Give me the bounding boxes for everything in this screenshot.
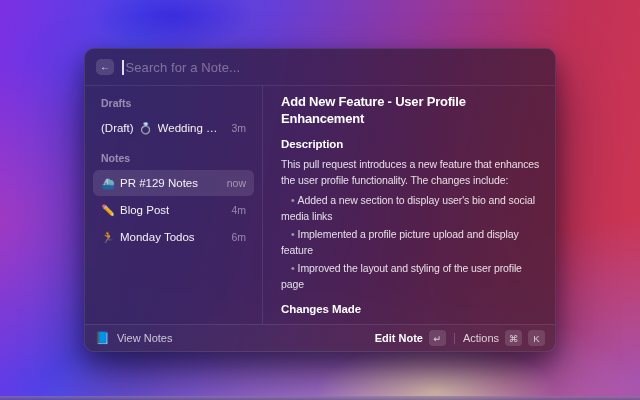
desk-edge — [0, 396, 640, 400]
key-badge: ↵ — [429, 330, 446, 346]
note-title: Wedding Gift Ideas — [158, 122, 223, 134]
note-time: 3m — [227, 122, 246, 134]
key-badge: ⌘ — [505, 330, 522, 346]
note-list-item[interactable]: 🏃Monday Todos6m — [93, 224, 254, 250]
key-badge: K — [528, 330, 545, 346]
note-title: Monday Todos — [120, 231, 195, 243]
note-title: PR #129 Notes — [120, 177, 198, 189]
bullet-item: •Improved the layout and styling of the … — [281, 261, 541, 292]
back-button[interactable]: ← — [96, 59, 114, 75]
edit-note-button[interactable]: Edit Note↵ — [375, 330, 446, 346]
notes-window: ← Drafts(Draft)💍Wedding Gift Ideas3mNote… — [84, 48, 556, 352]
note-list-item[interactable]: ⛴️PR #129 Notesnow — [93, 170, 254, 196]
search-input[interactable] — [126, 60, 545, 75]
bullet-dot-icon: • — [291, 228, 295, 240]
bullet-text: Improved the layout and styling of the u… — [281, 262, 522, 290]
bullet-item: •Implemented a profile picture upload an… — [281, 227, 541, 258]
search-bar: ← — [85, 49, 555, 86]
footer-status: 📘 View Notes — [95, 332, 172, 344]
bullet-item: •Added a new section to display user's b… — [281, 193, 541, 224]
actions-button[interactable]: Actions⌘K — [463, 330, 545, 346]
bullet-dot-icon: • — [291, 194, 295, 206]
sidebar-section-label: Notes — [93, 148, 254, 170]
footer-separator — [454, 333, 455, 344]
section-heading: Changes Made — [281, 302, 541, 316]
note-preview-panel[interactable]: Add New Feature - User Profile Enhanceme… — [263, 86, 555, 324]
paragraph: This pull request introduces a new featu… — [281, 157, 541, 188]
footer-actions: Edit Note↵Actions⌘K — [375, 330, 545, 346]
notebook-icon: 📘 — [95, 332, 110, 344]
pencil-icon: ✏️ — [101, 204, 115, 217]
notes-sidebar: Drafts(Draft)💍Wedding Gift Ideas3mNotes⛴… — [85, 86, 263, 324]
bullet-dot-icon: • — [291, 262, 295, 274]
sidebar-section-label: Drafts — [93, 93, 254, 115]
bullet-text: Added a new section to display user's bi… — [281, 194, 535, 222]
ring-icon: 💍 — [139, 122, 153, 135]
note-preview-title: Add New Feature - User Profile Enhanceme… — [281, 93, 541, 127]
note-list-item[interactable]: ✏️Blog Post4m — [93, 197, 254, 223]
window-body: Drafts(Draft)💍Wedding Gift Ideas3mNotes⛴… — [85, 86, 555, 324]
note-time: 4m — [227, 204, 246, 216]
view-notes-label: View Notes — [117, 332, 172, 344]
back-arrow-icon: ← — [100, 59, 110, 75]
note-time: now — [223, 177, 246, 189]
desktop-background: ← Drafts(Draft)💍Wedding Gift Ideas3mNote… — [0, 0, 640, 400]
bullet-text: Implemented a profile picture upload and… — [281, 228, 519, 256]
text-caret — [122, 60, 124, 75]
action-label: Edit Note — [375, 332, 423, 344]
runner-icon: 🏃 — [101, 231, 115, 244]
note-time: 6m — [227, 231, 246, 243]
draft-prefix: (Draft) — [101, 122, 134, 134]
note-list-item[interactable]: (Draft)💍Wedding Gift Ideas3m — [93, 115, 254, 141]
footer-bar: 📘 View Notes Edit Note↵Actions⌘K — [85, 324, 555, 351]
note-title: Blog Post — [120, 204, 169, 216]
ship-icon: ⛴️ — [101, 177, 115, 190]
section-heading: Description — [281, 137, 541, 151]
action-label: Actions — [463, 332, 499, 344]
